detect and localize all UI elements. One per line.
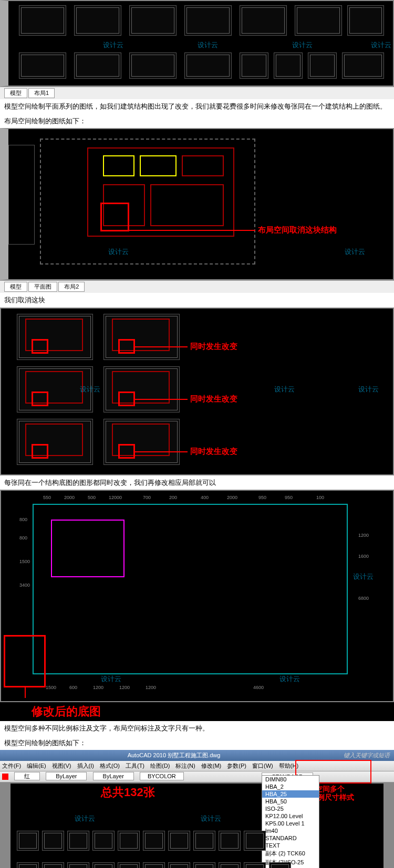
fp-main: [33, 504, 348, 674]
watermark: 设计云: [75, 814, 95, 823]
dim: 1500: [46, 685, 56, 690]
watermark: 设计云: [279, 674, 300, 684]
dd-item[interactable]: HBA_2: [262, 783, 319, 790]
dim: 1200: [93, 685, 103, 690]
line: [135, 346, 188, 347]
dim: 6800: [358, 596, 369, 601]
dim: 1500: [19, 559, 30, 564]
fp-thumb: [103, 419, 180, 465]
thumb: [129, 52, 177, 79]
dim: 1200: [146, 685, 156, 690]
color-swatch[interactable]: [2, 774, 8, 780]
tab-layout2[interactable]: 布局2: [58, 282, 85, 292]
hl: [118, 339, 135, 354]
thumb: [74, 52, 121, 79]
dim: 800: [19, 535, 27, 541]
cad-multi-change: 同时发生改变 同时发生改变 同时发生改变 设计云 设计云 设计云: [0, 308, 394, 475]
thumb: [240, 5, 287, 36]
body-text-1: 模型空间绘制平面系列的图纸，如我们建筑结构图出现了改变，我们就要花费很多时间来修…: [0, 99, 394, 114]
cad-thumbnails-top: 设计云 设计云 设计云 设计云: [0, 0, 394, 87]
dim: 600: [69, 685, 77, 690]
fp-thumb: [17, 314, 93, 360]
highlight-box: [100, 203, 129, 231]
dd-item[interactable]: HBA_50: [262, 798, 319, 805]
dim: 200: [169, 495, 177, 500]
tab-model[interactable]: 模型: [4, 282, 27, 292]
line: [135, 451, 188, 452]
thumb: [347, 5, 384, 36]
menu-window[interactable]: 窗口(W): [252, 763, 273, 769]
thumb: [19, 5, 66, 36]
thumb: [129, 5, 177, 36]
anno-change-1: 同时发生改变: [190, 342, 237, 352]
dim: 1600: [358, 554, 369, 559]
dim: 800: [19, 517, 27, 522]
watermark: 设计云: [274, 385, 295, 394]
dd-item[interactable]: KP5.00 Level 1: [262, 820, 319, 827]
thumb: [274, 52, 303, 79]
thumb-row-1: [17, 831, 319, 852]
thumb: [342, 52, 384, 79]
tab-ping[interactable]: 平面图: [28, 282, 57, 292]
dim: 2000: [64, 495, 75, 500]
hl: [32, 391, 48, 406]
thumb: [295, 5, 342, 36]
tabs-row: 模型 布局1: [0, 87, 394, 99]
anno-change-2: 同时发生改变: [190, 394, 237, 404]
left-panel: [8, 145, 35, 245]
style-dropdown[interactable]: DIMN80 HBA_2 HBA_25 HBA_50 ISO-25 KP12.0…: [262, 775, 319, 868]
watermark: 设计云: [345, 247, 365, 257]
menu-dim[interactable]: 标注(N): [175, 763, 195, 769]
body-text-3: 我们取消这块: [0, 293, 394, 308]
menu-file[interactable]: 文件(F): [2, 763, 21, 769]
cad-app-canvas: 总共132张 模型空间多个 不同比例尺寸样式 DIMN80 HBA_2 HBA_…: [0, 782, 394, 868]
menu-param[interactable]: 参数(P): [227, 763, 246, 769]
pink-room: [51, 520, 125, 577]
dim: 700: [143, 495, 151, 500]
line-v: [25, 687, 26, 698]
thumb-row-2: [17, 862, 319, 868]
thumb: [19, 52, 66, 79]
watermark: 设计云: [353, 572, 374, 581]
cad-layout-floorplan: 布局空间取消这块结构 设计云 设计云: [0, 128, 394, 280]
tab-model[interactable]: 模型: [4, 88, 27, 98]
menu-modify[interactable]: 修改(M): [201, 763, 222, 769]
anno-total: 总共132张: [101, 785, 155, 800]
thumb: [240, 52, 268, 79]
dim: 950: [285, 495, 293, 500]
dd-item[interactable]: KP12.00 Level: [262, 812, 319, 820]
hl: [118, 444, 135, 459]
body-text-2: 布局空间绘制的图纸如下：: [0, 114, 394, 129]
fp-thumb: [17, 419, 93, 465]
thumb: [308, 52, 337, 79]
dim: 500: [88, 495, 96, 500]
hl: [32, 339, 48, 354]
dd-item[interactable]: HBA_25: [262, 790, 319, 798]
thumb: [184, 52, 232, 79]
anno-change-3: 同时发生改变: [190, 447, 237, 457]
watermark: 设计云: [198, 40, 218, 50]
search-hint: 键入关键字或短语: [344, 751, 390, 759]
fp-thumb: [103, 366, 180, 412]
annotation-cancel: 布局空间取消这块结构: [258, 225, 337, 235]
dim: 12000: [109, 495, 122, 500]
watermark: 设计云: [101, 674, 121, 684]
dim: 400: [201, 495, 209, 500]
dd-item[interactable]: DIMN80: [262, 776, 319, 783]
dim: 4600: [253, 685, 264, 690]
hl: [32, 444, 48, 459]
watermark: 设计云: [358, 385, 379, 394]
right-tool-strip[interactable]: [383, 784, 393, 868]
thumb: [184, 5, 232, 36]
dim: 550: [43, 495, 51, 500]
dd-item[interactable]: ISO-25: [262, 805, 319, 812]
dim: 1200: [119, 685, 130, 690]
dim: 100: [316, 495, 324, 500]
line: [135, 399, 188, 400]
tabs-row-2: 模型 平面图 布局2: [0, 280, 394, 293]
watermark: 设计云: [371, 40, 391, 50]
tab-layout1[interactable]: 布局1: [28, 88, 55, 98]
thumb: [74, 5, 121, 36]
left-tool-strip[interactable]: [1, 784, 11, 868]
cad-large-floorplan: 550 2000 500 12000 700 200 400 2000 950 …: [0, 490, 394, 702]
